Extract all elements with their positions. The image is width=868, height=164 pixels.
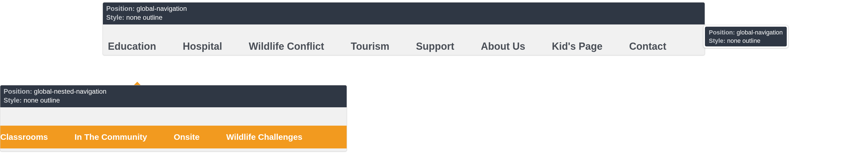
style-value: none outline	[126, 13, 162, 21]
nav-item-education[interactable]: Education	[105, 38, 169, 52]
nav-item-hospital[interactable]: Hospital	[169, 38, 236, 52]
position-value: global-nested-navigation	[34, 87, 106, 95]
position-label: Position:	[4, 87, 32, 95]
subnav-item-in-the-community[interactable]: In The Community	[61, 132, 161, 142]
nav-item-contact[interactable]: Contact	[616, 38, 680, 52]
module-header: Position: global-nested-navigation Style…	[0, 85, 347, 107]
subnav-item-wildlife-challenges[interactable]: Wildlife Challenges	[213, 132, 316, 142]
position-label: Position:	[709, 29, 735, 36]
nav-item-kids-page[interactable]: Kid's Page	[538, 38, 616, 52]
global-nested-navigation-module: Position: global-nested-navigation Style…	[0, 85, 347, 152]
sub-nav: Classrooms In The Community Onsite Wildl…	[0, 126, 347, 148]
style-label: Style:	[106, 13, 124, 21]
position-value: global-navigation	[737, 29, 783, 36]
subnav-item-onsite[interactable]: Onsite	[160, 132, 213, 142]
position-value: global-navigation	[136, 5, 187, 12]
module-header: Position: global-navigation Style: none …	[103, 2, 705, 24]
nav-item-wildlife-conflict[interactable]: Wildlife Conflict	[236, 38, 338, 52]
subnav-spacer	[0, 107, 347, 126]
tooltip-header: Position: global-navigation Style: none …	[705, 27, 787, 47]
nav-item-support[interactable]: Support	[403, 38, 468, 52]
subnav-item-classrooms[interactable]: Classrooms	[0, 132, 61, 142]
subnav-bottom-pad	[0, 148, 347, 151]
main-nav: Education Hospital Wildlife Conflict Tou…	[103, 24, 705, 55]
module-tooltip-wrapper: Position: global-navigation Style: none …	[703, 25, 788, 48]
style-value: none outline	[24, 97, 60, 104]
module-tooltip: Position: global-navigation Style: none …	[705, 27, 787, 47]
global-navigation-module: Position: global-navigation Style: none …	[103, 2, 705, 55]
style-value: none outline	[727, 37, 761, 44]
style-label: Style:	[709, 37, 725, 44]
style-label: Style:	[4, 97, 22, 104]
position-label: Position:	[106, 5, 135, 12]
nav-item-about-us[interactable]: About Us	[468, 38, 538, 52]
nav-item-tourism[interactable]: Tourism	[338, 38, 403, 52]
main-nav-strip: Education Hospital Wildlife Conflict Tou…	[103, 24, 705, 55]
